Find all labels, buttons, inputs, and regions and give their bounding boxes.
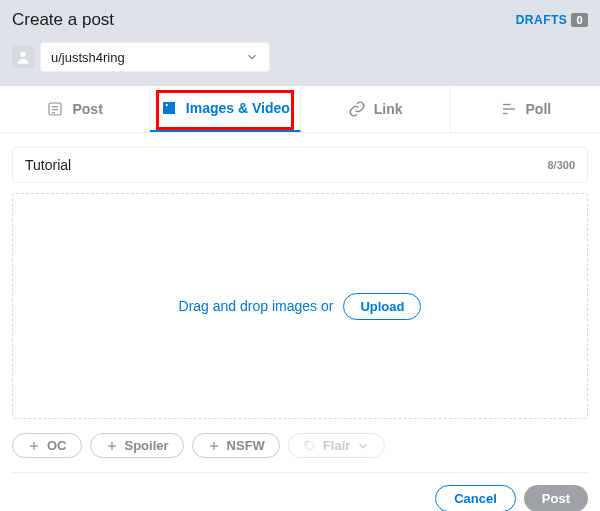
spoiler-label: Spoiler [125,438,169,453]
tab-post-label: Post [72,101,102,117]
tab-link[interactable]: Link [301,86,451,132]
spoiler-button[interactable]: Spoiler [90,433,184,458]
upload-button[interactable]: Upload [343,293,421,320]
plus-icon [105,439,119,453]
dropzone-text: Drag and drop images or [179,298,334,314]
header: Create a post DRAFTS 0 u/justsh4ring [0,0,600,86]
tab-link-label: Link [374,101,403,117]
oc-label: OC [47,438,67,453]
dropzone[interactable]: Drag and drop images or Upload [12,193,588,419]
header-top: Create a post DRAFTS 0 [12,10,588,30]
tab-images-video-label: Images & Video [186,100,290,116]
avatar [12,46,34,68]
post-button[interactable]: Post [524,485,588,511]
tab-poll-label: Poll [526,101,552,117]
title-field[interactable]: 8/300 [12,147,588,183]
title-counter: 8/300 [547,159,575,171]
svg-point-15 [307,443,308,444]
tab-images-video[interactable]: Images & Video [150,86,300,132]
tag-row: OC Spoiler NSFW Flair [12,433,588,473]
post-icon [46,100,64,118]
oc-button[interactable]: OC [12,433,82,458]
user-icon [15,49,31,65]
link-icon [348,100,366,118]
chevron-down-icon [245,50,259,64]
page-title: Create a post [12,10,114,30]
drafts-button[interactable]: DRAFTS 0 [516,13,588,27]
drafts-label: DRAFTS [516,13,568,27]
tag-icon [303,439,317,453]
chevron-down-icon [356,439,370,453]
flair-button[interactable]: Flair [288,433,385,458]
tab-post[interactable]: Post [0,86,150,132]
image-icon [160,99,178,117]
title-input[interactable] [25,157,547,173]
content: 8/300 Drag and drop images or Upload OC … [0,133,600,473]
drafts-count: 0 [571,13,588,27]
svg-point-5 [165,104,167,106]
community-name: u/justsh4ring [51,50,125,65]
cancel-button[interactable]: Cancel [435,485,516,511]
community-select[interactable]: u/justsh4ring [40,42,270,72]
plus-icon [207,439,221,453]
svg-point-0 [20,52,25,57]
plus-icon [27,439,41,453]
footer: Cancel Post [0,473,600,511]
community-row: u/justsh4ring [12,42,588,72]
tabs: Post Images & Video Link Poll [0,86,600,133]
poll-icon [500,100,518,118]
nsfw-button[interactable]: NSFW [192,433,280,458]
tab-poll[interactable]: Poll [451,86,600,132]
nsfw-label: NSFW [227,438,265,453]
flair-label: Flair [323,438,350,453]
